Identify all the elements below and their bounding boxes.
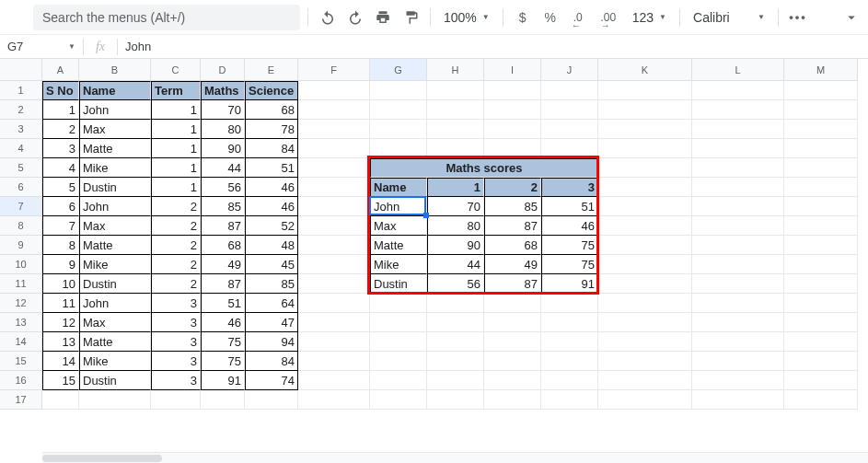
cell[interactable]: 2: [151, 274, 201, 294]
cell[interactable]: Matte: [370, 236, 427, 255]
cell[interactable]: 46: [245, 178, 298, 197]
name-box[interactable]: G7 ▼: [0, 40, 83, 53]
cell[interactable]: 2: [151, 216, 201, 236]
cell[interactable]: Name: [370, 178, 427, 197]
row-header[interactable]: 4: [0, 139, 42, 158]
cell[interactable]: [298, 236, 370, 255]
cell[interactable]: [692, 390, 784, 410]
cell[interactable]: [598, 236, 692, 255]
cell[interactable]: 1: [42, 100, 79, 120]
cell[interactable]: 46: [201, 313, 245, 332]
cell[interactable]: 3: [151, 352, 201, 371]
cell[interactable]: [370, 371, 427, 390]
cell[interactable]: 1: [151, 100, 201, 120]
cell[interactable]: 70: [201, 100, 245, 120]
cell[interactable]: [784, 158, 858, 178]
cell[interactable]: [598, 139, 692, 158]
cell[interactable]: 91: [541, 274, 598, 294]
column-header[interactable]: L: [692, 59, 784, 81]
cell[interactable]: [692, 120, 784, 139]
cell[interactable]: [484, 390, 541, 410]
cell[interactable]: [784, 139, 858, 158]
cell[interactable]: 87: [201, 274, 245, 294]
cell[interactable]: [692, 81, 784, 100]
percent-button[interactable]: %: [538, 6, 562, 29]
cell[interactable]: 87: [484, 274, 541, 294]
cell[interactable]: 3: [42, 139, 79, 158]
cell[interactable]: 75: [201, 352, 245, 371]
cell[interactable]: [784, 390, 858, 410]
cell[interactable]: 1: [427, 178, 484, 197]
cell[interactable]: [298, 313, 370, 332]
cell[interactable]: [427, 294, 484, 313]
cell[interactable]: [245, 390, 298, 410]
cell[interactable]: Term: [151, 81, 201, 100]
cell[interactable]: [598, 100, 692, 120]
cell[interactable]: John: [79, 197, 151, 216]
cell[interactable]: 80: [201, 120, 245, 139]
cell[interactable]: 15: [42, 371, 79, 390]
column-header[interactable]: A: [42, 59, 79, 81]
cell[interactable]: 3: [151, 294, 201, 313]
column-header[interactable]: H: [427, 59, 484, 81]
cell[interactable]: [692, 216, 784, 236]
cell[interactable]: [484, 139, 541, 158]
cell[interactable]: 5: [42, 178, 79, 197]
cell[interactable]: 48: [245, 236, 298, 255]
cell[interactable]: Science: [245, 81, 298, 100]
cell[interactable]: [427, 100, 484, 120]
cell[interactable]: [784, 332, 858, 352]
cell[interactable]: [541, 120, 598, 139]
cell[interactable]: 85: [484, 197, 541, 216]
horizontal-scrollbar[interactable]: [42, 452, 868, 463]
cell[interactable]: [598, 390, 692, 410]
cell[interactable]: Matte: [79, 139, 151, 158]
cell[interactable]: [427, 390, 484, 410]
cell[interactable]: [598, 216, 692, 236]
column-header[interactable]: K: [598, 59, 692, 81]
cell[interactable]: 2: [151, 197, 201, 216]
cell[interactable]: [692, 178, 784, 197]
decrease-decimal-button[interactable]: .0 ←: [566, 6, 590, 29]
cell[interactable]: [692, 294, 784, 313]
cell[interactable]: [427, 352, 484, 371]
cell[interactable]: [692, 313, 784, 332]
cell[interactable]: 51: [245, 158, 298, 178]
cell[interactable]: [484, 100, 541, 120]
cell[interactable]: 46: [245, 197, 298, 216]
cell[interactable]: [484, 120, 541, 139]
cell[interactable]: [598, 313, 692, 332]
cell[interactable]: Mike: [79, 158, 151, 178]
cell[interactable]: [370, 294, 427, 313]
cell[interactable]: Maths: [201, 81, 245, 100]
cell[interactable]: [541, 81, 598, 100]
column-header[interactable]: E: [245, 59, 298, 81]
cell[interactable]: 84: [245, 139, 298, 158]
cell[interactable]: [784, 294, 858, 313]
cell[interactable]: [541, 313, 598, 332]
cell[interactable]: 9: [42, 255, 79, 274]
cell[interactable]: 2: [484, 178, 541, 197]
cell[interactable]: [784, 197, 858, 216]
cell[interactable]: Dustin: [79, 178, 151, 197]
row-header[interactable]: 7: [0, 197, 42, 216]
cell[interactable]: [370, 313, 427, 332]
row-header[interactable]: 8: [0, 216, 42, 236]
cell[interactable]: Dustin: [79, 274, 151, 294]
cell[interactable]: [541, 352, 598, 371]
cell[interactable]: Mike: [79, 255, 151, 274]
cell[interactable]: 90: [201, 139, 245, 158]
cell[interactable]: 47: [245, 313, 298, 332]
row-header[interactable]: 3: [0, 120, 42, 139]
cell[interactable]: [201, 390, 245, 410]
cell[interactable]: 8: [42, 236, 79, 255]
cell[interactable]: [484, 81, 541, 100]
cell[interactable]: [598, 352, 692, 371]
column-header[interactable]: B: [79, 59, 151, 81]
cell[interactable]: [370, 139, 427, 158]
cell[interactable]: [598, 178, 692, 197]
cell[interactable]: [784, 216, 858, 236]
cell[interactable]: 1: [151, 120, 201, 139]
cell[interactable]: 2: [151, 255, 201, 274]
cell[interactable]: Max: [79, 120, 151, 139]
